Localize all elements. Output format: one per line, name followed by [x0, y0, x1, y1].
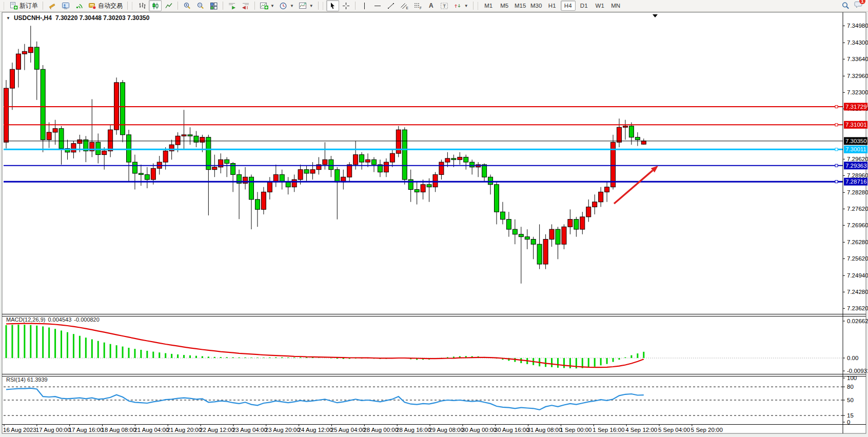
text-label-icon: T [440, 2, 449, 10]
candlestick-mode-button[interactable] [149, 0, 162, 11]
chevron-down-icon: ▼ [464, 4, 468, 8]
chevron-down-icon: ▼ [290, 4, 294, 8]
announcement-button[interactable] [46, 0, 58, 11]
new-order-label: 新订单 [19, 2, 38, 10]
vertical-line-tool-button[interactable] [358, 0, 371, 11]
new-order-button[interactable]: 新订单 [7, 0, 40, 11]
crosshair-tool-button[interactable] [340, 0, 352, 11]
collapse-triangle-icon[interactable]: ▼ [6, 16, 10, 21]
svg-text:7.33640: 7.33640 [847, 56, 868, 62]
svg-text:0: 0 [847, 419, 850, 425]
vertical-line-icon [360, 2, 369, 10]
svg-text:16 Aug 2023: 16 Aug 2023 [3, 427, 36, 433]
cursor-tool-button[interactable] [326, 0, 339, 11]
timeframe-button-m1[interactable]: M1 [481, 1, 496, 11]
timeframe-button-m5[interactable]: M5 [497, 1, 512, 11]
svg-text:50: 50 [847, 397, 854, 403]
chart-ohlc-values: 7.30220 7.30448 7.30203 7.30350 [55, 14, 150, 22]
arrows-tool-button[interactable]: ▼ [451, 0, 470, 11]
text-tool-button[interactable]: A [425, 0, 438, 11]
timeframe-button-m30[interactable]: M30 [529, 1, 544, 11]
svg-text:1 Sep 00:00: 1 Sep 00:00 [560, 427, 591, 433]
chart-shift-icon [241, 2, 250, 10]
svg-text:7.29363: 7.29363 [845, 163, 867, 169]
separator [127, 2, 128, 10]
timeframe-button-h1[interactable]: H1 [545, 1, 560, 11]
horizontal-line-tool-button[interactable] [371, 0, 384, 11]
svg-text:7.32960: 7.32960 [847, 73, 868, 79]
auto-trading-icon [88, 2, 96, 10]
svg-text:7.34300: 7.34300 [847, 39, 868, 46]
svg-text:-0.009314: -0.009314 [847, 368, 868, 374]
text-label-tool-button[interactable]: T [438, 0, 451, 11]
signals-button[interactable] [72, 0, 85, 11]
svg-text:23 Aug 20:00: 23 Aug 20:00 [265, 427, 300, 433]
svg-text:7.30350: 7.30350 [845, 138, 867, 144]
timeframe-button-w1[interactable]: W1 [593, 1, 607, 11]
separator [177, 2, 178, 10]
zoom-out-button[interactable] [194, 0, 207, 11]
svg-text:0.026621: 0.026621 [847, 318, 868, 324]
line-chart-icon [164, 2, 173, 10]
fibonacci-icon: F [413, 2, 422, 10]
search-icon[interactable] [841, 2, 850, 10]
terminal-button[interactable] [59, 0, 72, 11]
indicators-icon [299, 2, 307, 10]
tile-windows-button[interactable] [207, 0, 220, 11]
separator [43, 2, 43, 10]
auto-scroll-button[interactable] [226, 0, 239, 11]
timeframe-button-mn[interactable]: MN [608, 1, 623, 11]
svg-text:18 Aug 08:00: 18 Aug 08:00 [102, 427, 136, 433]
svg-text:24 Aug 12:00: 24 Aug 12:00 [298, 427, 333, 433]
toolbar-grip [478, 2, 479, 10]
svg-text:80: 80 [847, 384, 854, 390]
svg-text:7.28280: 7.28280 [847, 189, 868, 195]
zoom-out-icon [196, 2, 205, 10]
periods-button[interactable]: ▼ [277, 0, 296, 11]
community-button[interactable]: 1 [854, 1, 863, 11]
timeframe-button-h4[interactable]: H4 [561, 1, 576, 11]
auto-trading-button[interactable]: 自动交易 [86, 0, 125, 11]
svg-text:5 Sep 04:00: 5 Sep 04:00 [658, 427, 690, 433]
bar-chart-icon [137, 2, 146, 10]
chart-title: ▼ USDCNH-,H4 7.30220 7.30448 7.30203 7.3… [6, 14, 149, 22]
chart-canvas[interactable]: 7.349807.343007.336407.329607.323007.316… [0, 0, 868, 437]
fibonacci-tool-button[interactable]: F [411, 0, 424, 11]
macd-name: MACD(12,26,9) [6, 316, 45, 323]
svg-text:7.23620: 7.23620 [847, 305, 868, 311]
chart-shift-button[interactable] [239, 0, 252, 11]
new-order-icon [9, 2, 18, 10]
separator [318, 2, 319, 10]
macd-value: 0.004543 [48, 316, 71, 323]
svg-text:23 Aug 04:00: 23 Aug 04:00 [232, 427, 267, 433]
clock-icon [279, 2, 288, 10]
main-toolbar: 新订单 自动交易 [0, 0, 868, 12]
svg-text:7.29620: 7.29620 [847, 156, 868, 162]
tile-windows-icon [209, 2, 218, 10]
signals-icon [74, 2, 83, 10]
bar-chart-mode-button[interactable] [135, 0, 148, 11]
macd-signal-value: -0.000820 [74, 316, 100, 323]
terminal-icon [61, 2, 70, 10]
text-icon: A [427, 2, 436, 10]
equidistant-channel-tool-button[interactable]: E [398, 0, 411, 11]
trendline-tool-button[interactable] [385, 0, 398, 11]
timeframe-button-d1[interactable]: D1 [577, 1, 591, 11]
chart-window [2, 12, 866, 433]
zoom-in-button[interactable] [181, 0, 193, 11]
svg-text:7.24940: 7.24940 [847, 272, 868, 279]
svg-text:28 Aug 00:00: 28 Aug 00:00 [363, 427, 398, 433]
new-chart-button[interactable]: ▼ [258, 0, 277, 11]
separator [223, 2, 223, 10]
svg-text:T: T [443, 4, 446, 9]
line-chart-mode-button[interactable] [162, 0, 175, 11]
megaphone-icon [48, 2, 56, 10]
svg-text:0.00: 0.00 [847, 355, 858, 361]
templates-button[interactable]: ▼ [297, 0, 315, 11]
separator [473, 2, 474, 10]
svg-text:1 Sep 16:00: 1 Sep 16:00 [593, 427, 624, 433]
auto-scroll-icon [228, 2, 236, 10]
timeframe-button-m15[interactable]: M15 [513, 1, 528, 11]
svg-text:4 Sep 12:00: 4 Sep 12:00 [625, 427, 657, 433]
timeframe-toolbar: M1M5M15M30H1H4D1W1MN [481, 1, 623, 11]
